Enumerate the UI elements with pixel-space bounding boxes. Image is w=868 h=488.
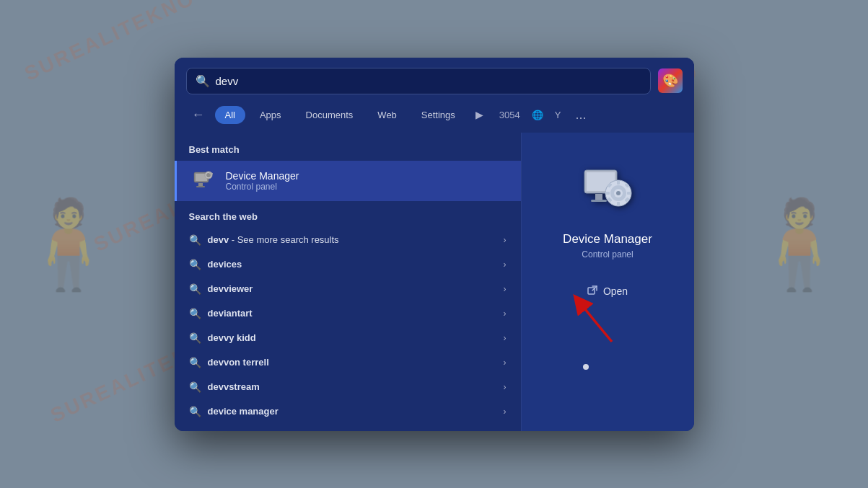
web-item-devvstream[interactable]: 🔍 devvstream ›	[175, 375, 521, 399]
best-match-text: Device Manager Control panel	[226, 170, 299, 192]
external-link-icon	[587, 285, 597, 298]
search-input[interactable]	[216, 75, 641, 87]
network-icon: 🌐	[530, 107, 545, 123]
chevron-right-icon: ›	[504, 235, 507, 245]
best-match-title: Device Manager	[226, 170, 299, 182]
best-match-label: Best match	[175, 140, 521, 161]
right-panel-subtitle: Control panel	[582, 249, 633, 259]
search-icon-small: 🔍	[189, 357, 201, 368]
search-window: 🔍 🎨 ← All Apps Documents Web Settings ▶ …	[175, 58, 694, 431]
web-item-text: devvstream	[208, 381, 496, 392]
chevron-right-icon: ›	[504, 358, 507, 368]
web-item-devvon-terrell[interactable]: 🔍 devvon terrell ›	[175, 350, 521, 375]
search-icon-small: 🔍	[189, 381, 201, 393]
web-item-text: devv - See more search results	[208, 234, 496, 245]
best-match-subtitle: Control panel	[226, 182, 299, 192]
best-match-item[interactable]: Device Manager Control panel	[175, 161, 521, 201]
search-icon-small: 🔍	[189, 308, 201, 319]
avatar-icon: 🎨	[658, 68, 683, 93]
chevron-right-icon: ›	[504, 259, 507, 270]
back-button[interactable]: ←	[186, 105, 211, 125]
more-button[interactable]: ...	[571, 105, 590, 125]
search-icon-small: 🔍	[189, 234, 201, 246]
tab-apps[interactable]: Apps	[250, 106, 291, 124]
web-item-devv[interactable]: 🔍 devv - See more search results ›	[175, 228, 521, 252]
web-item-text: deviantart	[208, 308, 496, 319]
chevron-right-icon: ›	[504, 284, 507, 294]
search-bar-row: 🔍 🎨	[175, 58, 694, 102]
web-item-devvy-kidd[interactable]: 🔍 devvy kidd ›	[175, 326, 521, 350]
tab-settings[interactable]: Settings	[411, 106, 465, 124]
web-item-text: devvon terrell	[208, 357, 496, 368]
web-item-deviantart[interactable]: 🔍 deviantart ›	[175, 301, 521, 326]
svg-point-14	[616, 191, 621, 195]
right-panel-title: Device Manager	[563, 232, 652, 247]
svg-rect-2	[198, 183, 203, 186]
svg-rect-17	[605, 192, 610, 195]
device-manager-large-icon	[579, 161, 636, 219]
svg-rect-15	[617, 180, 620, 185]
search-icon-small: 🔍	[189, 259, 201, 270]
device-manager-small-icon	[191, 168, 217, 194]
svg-rect-3	[196, 186, 205, 187]
search-icon-small: 🔍	[189, 332, 201, 344]
main-content: Best match Device Manager Contro	[175, 133, 694, 431]
search-icon-small: 🔍	[189, 283, 201, 295]
right-panel: Device Manager Control panel Open	[521, 133, 694, 431]
web-item-text: devviewer	[208, 283, 496, 294]
chevron-right-icon: ›	[504, 309, 507, 319]
open-button[interactable]: Open	[584, 281, 631, 302]
open-label: Open	[603, 285, 628, 297]
search-icon: 🔍	[196, 74, 210, 88]
svg-rect-16	[617, 202, 620, 206]
web-item-text: devices	[208, 259, 496, 270]
tab-web[interactable]: Web	[367, 106, 407, 124]
web-item-text: devvy kidd	[208, 332, 496, 343]
play-button[interactable]: ▶	[470, 106, 489, 123]
search-input-wrapper[interactable]: 🔍	[186, 68, 651, 94]
tab-all[interactable]: All	[215, 106, 245, 124]
web-item-device-manager[interactable]: 🔍 device manager ›	[175, 399, 521, 424]
web-search-label: Search the web	[175, 201, 521, 228]
filter-row: ← All Apps Documents Web Settings ▶ 3054…	[175, 102, 694, 133]
chevron-right-icon: ›	[504, 407, 507, 417]
search-icon-small: 🔍	[189, 406, 201, 417]
web-item-devviewer[interactable]: 🔍 devviewer ›	[175, 277, 521, 301]
chevron-right-icon: ›	[504, 333, 507, 343]
svg-rect-18	[627, 192, 631, 195]
tab-documents[interactable]: Documents	[296, 106, 364, 124]
web-item-devices[interactable]: 🔍 devices ›	[175, 252, 521, 277]
web-item-text: device manager	[208, 406, 496, 417]
filter-number: 3054	[494, 107, 526, 123]
svg-rect-9	[595, 194, 602, 200]
chevron-right-icon: ›	[504, 382, 507, 392]
cursor	[583, 364, 589, 370]
svg-rect-10	[591, 200, 607, 202]
filter-letter: Y	[549, 107, 567, 123]
left-panel: Best match Device Manager Contro	[175, 133, 521, 431]
